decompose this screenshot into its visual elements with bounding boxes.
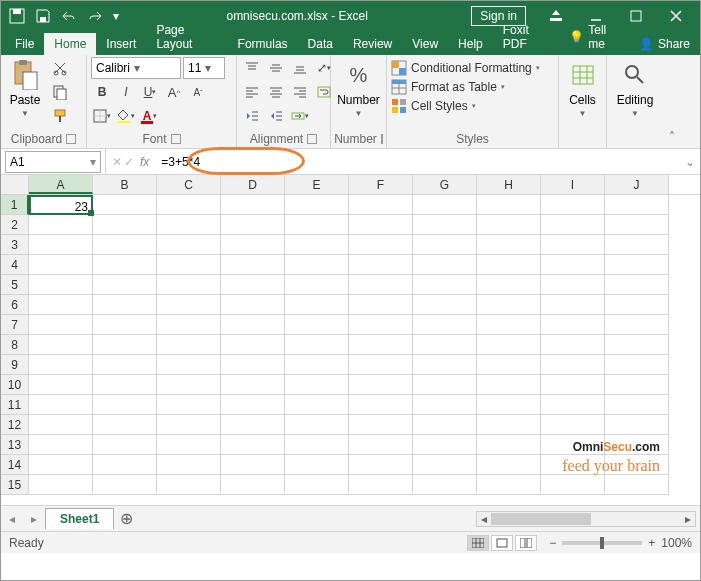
cell[interactable]: [221, 435, 285, 455]
cell[interactable]: [349, 475, 413, 495]
number-dialog-launcher[interactable]: [381, 134, 383, 144]
cell[interactable]: [413, 375, 477, 395]
collapse-ribbon-button[interactable]: ˄: [663, 55, 681, 148]
cell[interactable]: [29, 275, 93, 295]
row-header[interactable]: 4: [1, 255, 29, 275]
column-header[interactable]: D: [221, 175, 285, 194]
cell[interactable]: [349, 295, 413, 315]
column-header[interactable]: F: [349, 175, 413, 194]
cell[interactable]: [29, 435, 93, 455]
new-sheet-button[interactable]: ⊕: [114, 509, 138, 528]
cell[interactable]: [93, 275, 157, 295]
cell[interactable]: [349, 355, 413, 375]
cell[interactable]: [157, 375, 221, 395]
horizontal-scrollbar[interactable]: ◂ ▸: [476, 511, 696, 527]
row-header[interactable]: 3: [1, 235, 29, 255]
increase-font-button[interactable]: A^: [163, 81, 185, 103]
cell[interactable]: [605, 435, 669, 455]
fx-icon[interactable]: fx: [140, 155, 149, 169]
cell[interactable]: [157, 235, 221, 255]
cell[interactable]: [541, 435, 605, 455]
redo-icon[interactable]: [83, 4, 107, 28]
cell[interactable]: [477, 355, 541, 375]
cell[interactable]: [605, 275, 669, 295]
cell[interactable]: [221, 235, 285, 255]
editing-button[interactable]: Editing ▼: [613, 57, 658, 120]
sheet-nav-next[interactable]: ▸: [23, 512, 45, 526]
cell[interactable]: [605, 455, 669, 475]
zoom-out-button[interactable]: −: [549, 536, 556, 550]
italic-button[interactable]: I: [115, 81, 137, 103]
cell[interactable]: [221, 195, 285, 215]
align-left-button[interactable]: [241, 81, 263, 103]
cell[interactable]: [157, 335, 221, 355]
column-header[interactable]: G: [413, 175, 477, 194]
sheet-nav-prev[interactable]: ◂: [1, 512, 23, 526]
cell[interactable]: [541, 395, 605, 415]
cell[interactable]: [477, 395, 541, 415]
cell[interactable]: [541, 335, 605, 355]
cell[interactable]: [477, 455, 541, 475]
cell[interactable]: [541, 475, 605, 495]
cell[interactable]: [285, 315, 349, 335]
row-header[interactable]: 9: [1, 355, 29, 375]
row-header[interactable]: 8: [1, 335, 29, 355]
save-icon[interactable]: [31, 4, 55, 28]
cell[interactable]: [541, 455, 605, 475]
row-header[interactable]: 7: [1, 315, 29, 335]
cell[interactable]: [605, 215, 669, 235]
cell[interactable]: [413, 275, 477, 295]
cell[interactable]: [285, 395, 349, 415]
cell[interactable]: [285, 335, 349, 355]
clipboard-dialog-launcher[interactable]: [66, 134, 76, 144]
cell[interactable]: [349, 415, 413, 435]
cell[interactable]: [29, 455, 93, 475]
cell[interactable]: [413, 215, 477, 235]
cell[interactable]: [477, 195, 541, 215]
cell-styles-button[interactable]: Cell Styles▾: [391, 97, 540, 115]
align-bottom-button[interactable]: [289, 57, 311, 79]
column-header[interactable]: B: [93, 175, 157, 194]
cell[interactable]: [157, 415, 221, 435]
cell[interactable]: [413, 475, 477, 495]
fill-color-button[interactable]: ▾: [115, 105, 137, 127]
cell[interactable]: [221, 475, 285, 495]
cell[interactable]: [605, 475, 669, 495]
cell[interactable]: [541, 315, 605, 335]
cell[interactable]: [605, 395, 669, 415]
cell[interactable]: [93, 315, 157, 335]
cell[interactable]: [413, 315, 477, 335]
cell[interactable]: [221, 395, 285, 415]
row-header[interactable]: 13: [1, 435, 29, 455]
cell[interactable]: [93, 375, 157, 395]
cell[interactable]: [413, 255, 477, 275]
decrease-font-button[interactable]: Aˇ: [187, 81, 209, 103]
row-header[interactable]: 6: [1, 295, 29, 315]
tell-me[interactable]: 💡Tell me: [561, 19, 629, 55]
tab-file[interactable]: File: [5, 33, 44, 55]
column-header[interactable]: J: [605, 175, 669, 194]
zoom-slider[interactable]: [562, 541, 642, 545]
cell[interactable]: [157, 355, 221, 375]
number-format-button[interactable]: % Number ▼: [333, 57, 384, 120]
cell[interactable]: [349, 215, 413, 235]
align-right-button[interactable]: [289, 81, 311, 103]
cell[interactable]: [349, 275, 413, 295]
cell[interactable]: [413, 435, 477, 455]
cell[interactable]: [541, 255, 605, 275]
qat-customize-icon[interactable]: ▾: [109, 4, 123, 28]
formula-input[interactable]: [155, 151, 680, 173]
cell[interactable]: [29, 355, 93, 375]
bold-button[interactable]: B: [91, 81, 113, 103]
cell[interactable]: [541, 355, 605, 375]
cell[interactable]: [285, 435, 349, 455]
cell[interactable]: [93, 215, 157, 235]
font-size-combo[interactable]: 11▾: [183, 57, 225, 79]
cell[interactable]: [605, 335, 669, 355]
font-color-button[interactable]: A▾: [139, 105, 161, 127]
cell[interactable]: [221, 295, 285, 315]
cell[interactable]: [221, 315, 285, 335]
cell[interactable]: [93, 415, 157, 435]
format-painter-button[interactable]: [49, 105, 71, 127]
cells-button[interactable]: Cells ▼: [563, 57, 603, 120]
